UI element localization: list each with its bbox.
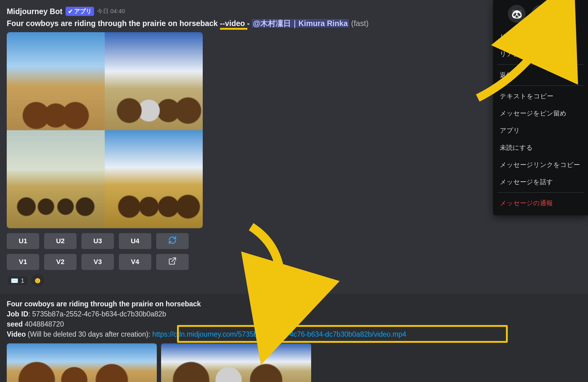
variation-row: V1 V2 V3 V4 (7, 254, 588, 270)
u4-button[interactable]: U4 (119, 233, 151, 249)
v1-button[interactable]: V1 (7, 254, 39, 270)
ctx-separator (497, 192, 584, 193)
context-quick-reactions: 🐼 ✉️ 🙏 (493, 0, 588, 28)
v2-button[interactable]: V2 (44, 254, 77, 270)
video-note: (Will be deleted 30 days after creation)… (26, 330, 152, 338)
app-badge: ✔ アプリ (66, 7, 94, 16)
panda-icon: 🐼 (511, 9, 522, 19)
context-menu: 🐼 ✉️ 🙏 リアクションを付ける リアクションを表示 返信 テキストをコピー … (493, 0, 588, 215)
video-url-link[interactable]: https://cdn.midjourney.com/5735b87a-2552… (152, 330, 406, 338)
envelope-icon: ✉️ (535, 9, 546, 19)
ctx-separator (497, 85, 584, 86)
prompt-dash: - (245, 19, 252, 28)
jobid-label: Job ID (7, 310, 28, 318)
user-mention[interactable]: @木村凜日｜Kimura Rinka (252, 19, 349, 28)
v3-button[interactable]: V3 (81, 254, 114, 270)
message-timestamp: 今日 04:40 (97, 7, 125, 15)
quick-react-panda[interactable]: 🐼 (508, 5, 526, 23)
refresh-icon (168, 236, 177, 246)
video-label: Video (7, 330, 26, 338)
prompt-flag: --video (220, 19, 245, 28)
reroll-button[interactable] (156, 233, 189, 249)
reaction-count: 1 (21, 277, 24, 284)
thumbnail-2[interactable] (161, 343, 311, 382)
ctx-reply[interactable]: 返信 (493, 66, 588, 84)
add-reaction-button[interactable]: 🙂 (31, 274, 44, 287)
grid-image-2[interactable] (105, 32, 203, 130)
grid-image-1[interactable] (7, 32, 105, 130)
highlight-underline (220, 28, 247, 30)
seed-label: seed (7, 320, 23, 328)
image-grid[interactable] (7, 32, 203, 228)
ctx-separator (497, 64, 584, 65)
reaction-row: ✉️ 1 🙂 (7, 274, 588, 287)
check-icon: ✔ (68, 8, 73, 15)
seed-line: seed 4048848720 (7, 320, 581, 328)
thumbnail-1[interactable] (7, 343, 157, 382)
app-badge-text: アプリ (74, 7, 92, 15)
ctx-mark-unread[interactable]: 未読にする (493, 139, 588, 156)
thumbnail-row (7, 343, 581, 382)
quick-react-envelope[interactable]: ✉️ (532, 5, 549, 23)
open-external-button[interactable] (156, 254, 189, 270)
ctx-apps[interactable]: アプリ (493, 122, 588, 139)
smile-icon: 🙂 (35, 278, 41, 284)
ctx-copy-link[interactable]: メッセージリンクをコピー (493, 156, 588, 173)
grid-image-3[interactable] (7, 130, 105, 228)
grid-image-4[interactable] (105, 130, 203, 228)
ctx-report[interactable]: メッセージの通報 (493, 195, 588, 212)
external-link-icon (168, 257, 177, 267)
pray-icon: 🙏 (559, 9, 570, 19)
envelope-icon: ✉️ (11, 277, 18, 284)
ctx-add-reaction[interactable]: リアクションを付ける (493, 28, 588, 45)
ctx-speak[interactable]: メッセージを話す (493, 173, 588, 191)
v4-button[interactable]: V4 (119, 254, 151, 270)
quick-react-pray[interactable]: 🙏 (556, 5, 573, 23)
ctx-copy-text[interactable]: テキストをコピー (493, 88, 588, 105)
upscale-row: U1 U2 U3 U4 (7, 233, 588, 249)
fast-label: (fast) (349, 19, 369, 28)
bot-username[interactable]: Midjourney Bot (7, 7, 62, 16)
ctx-show-reaction[interactable]: リアクションを表示 (493, 45, 588, 62)
jobid-line: Job ID: 5735b87a-2552-4c76-b634-dc7b30b0… (7, 310, 581, 318)
ctx-pin[interactable]: メッセージをピン留め (493, 105, 588, 122)
u3-button[interactable]: U3 (81, 233, 114, 249)
u2-button[interactable]: U2 (44, 233, 77, 249)
jobid-value: : 5735b87a-2552-4c76-b634-dc7b30b0a82b (28, 310, 166, 318)
u1-button[interactable]: U1 (7, 233, 39, 249)
envelope-reaction[interactable]: ✉️ 1 (7, 275, 28, 286)
second-title: Four cowboys are riding through the prai… (7, 300, 581, 308)
seed-value: 4048848720 (23, 320, 64, 328)
prompt-main: Four cowboys are riding through the prai… (7, 19, 220, 28)
second-message: Four cowboys are riding through the prai… (0, 294, 588, 382)
video-line: Video (Will be deleted 30 days after cre… (7, 330, 581, 339)
